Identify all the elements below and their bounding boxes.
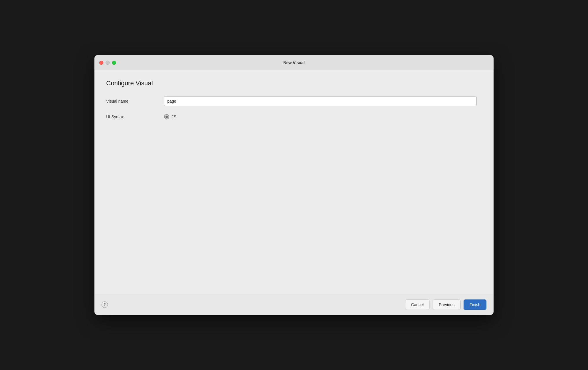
- previous-button[interactable]: Previous: [433, 299, 460, 310]
- footer-left: ?: [102, 301, 108, 308]
- ui-syntax-label: UI Syntax: [106, 114, 164, 119]
- dialog-window: New Visual Configure Visual Visual name …: [94, 55, 494, 315]
- close-button[interactable]: [99, 61, 103, 65]
- maximize-button[interactable]: [112, 61, 116, 65]
- page-heading: Configure Visual: [106, 79, 482, 87]
- ui-syntax-radio-group: JS: [164, 114, 176, 119]
- ui-syntax-row: UI Syntax JS: [106, 114, 482, 119]
- finish-button[interactable]: Finish: [464, 299, 486, 310]
- cancel-button[interactable]: Cancel: [405, 299, 430, 310]
- footer-right: Cancel Previous Finish: [405, 299, 486, 310]
- content-spacer: [106, 127, 482, 285]
- js-radio-button[interactable]: [164, 114, 169, 119]
- visual-name-row: Visual name: [106, 96, 482, 106]
- visual-name-label: Visual name: [106, 99, 164, 103]
- js-radio-label: JS: [172, 114, 176, 119]
- minimize-button[interactable]: [106, 61, 110, 65]
- help-icon[interactable]: ?: [102, 301, 108, 308]
- traffic-lights: [99, 61, 116, 65]
- window-title: New Visual: [283, 60, 305, 65]
- main-content: Configure Visual Visual name UI Syntax J…: [95, 70, 493, 294]
- titlebar: New Visual: [95, 55, 493, 70]
- footer: ? Cancel Previous Finish: [95, 294, 493, 315]
- visual-name-input[interactable]: [164, 96, 477, 106]
